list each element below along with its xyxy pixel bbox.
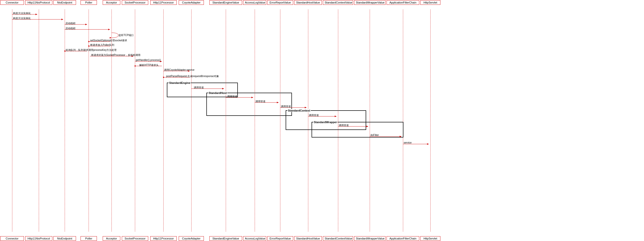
label-msg20: doFilter (370, 134, 379, 136)
lifeline-coyoteadapter (191, 10, 192, 231)
actor-poller-bottom: Poller (81, 236, 97, 241)
group-label-standardengine: StandardEngine (169, 81, 191, 84)
label-msg16: 调用管道 (255, 100, 266, 103)
actor-standardhostvalue-bottom: StandardHostValue (294, 236, 322, 241)
label-msg1: 构造方法实例化 (13, 12, 31, 15)
actor-applicationfilterchain-bottom: ApplicationFilterChain (387, 236, 419, 241)
actor-http11nioprotocol-bottom: Http11NioProtocol (25, 236, 52, 241)
label-msg10: getHandler().process() (136, 59, 161, 61)
sequence-diagram: Connector Http11NioProtocol NioEndpoint … (0, 0, 644, 241)
lifeline-http11nioprotocol (39, 10, 39, 231)
actor-errorreportvalue-top: ErrorReportValue (267, 0, 293, 5)
lifeline-errorreportvalue (280, 10, 280, 231)
actor-standardenginevalue-bottom: StandardEngineValue (209, 236, 242, 241)
lifeline-accesslogvalue (255, 10, 255, 231)
actor-connector-bottom: Connector (0, 236, 24, 241)
label-msg13: postParseRequest,生成request和response对象 (166, 75, 219, 78)
actor-acceptor-top: Acceptor (103, 0, 120, 5)
actor-standardcontextvalue-top: StandardContextValue (323, 0, 353, 5)
actor-httpservlet-top: HttpServlet (420, 0, 440, 5)
label-msg6: setSocketOptions处理socket请求 (90, 39, 127, 42)
label-msg14: 调用管道 (194, 86, 204, 89)
actor-standardwrappervalue-bottom: StandardWrapperValue (354, 236, 386, 241)
label-msg3: 启动线程 (65, 22, 75, 25)
actor-nioendpoint-bottom: NioEndpoint (53, 236, 76, 241)
lifeline-standardwrappervalue (370, 10, 370, 231)
group-label-standardcontext: StandardContext (287, 109, 311, 112)
actor-coyoteadapter-top: CoyoteAdapter (179, 0, 204, 5)
group-standardhost: StandardHost (206, 93, 292, 116)
label-msg17: 调用管道 (281, 105, 291, 108)
label-msg15: 调用管道 (227, 95, 237, 98)
actor-socketprocessor-top: SocketProcessor (122, 0, 148, 5)
lifeline-httpservlet (430, 10, 431, 231)
lifeline-nioendpoint (65, 10, 65, 231)
label-msg8: 轮询队列，队列请求调用processKey方法处理 (66, 48, 117, 52)
actor-coyoteadapter-bottom: CoyoteAdapter (179, 236, 204, 241)
lifeline-standardenginevalue (226, 10, 226, 231)
actor-applicationfilterchain-top: ApplicationFilterChain (387, 0, 419, 5)
actor-http11processor-top: Http11Processor (150, 0, 177, 5)
actor-standardhostvalue-top: StandardHostValue (294, 0, 322, 5)
actor-acceptor-bottom: Acceptor (103, 236, 120, 241)
label-msg12: 调用CoyoteAdapter.service (164, 68, 195, 72)
actor-http11processor-bottom: Http11Processor (150, 236, 177, 241)
lifeline-socketprocessor (135, 10, 135, 231)
lifeline-connector (12, 10, 12, 231)
label-msg5: 监听TCP端口 (119, 33, 134, 37)
actor-nioendpoint-top: NioEndpoint (53, 0, 76, 5)
lifeline-applicationfilterchain (403, 10, 403, 231)
group-label-standardwrapper: StandardWrapper (313, 121, 337, 124)
label-msg9: 将请求封装为SocketProcessor，多线程调用 (91, 53, 140, 57)
label-msg11: 解析HTTP请求头 (139, 63, 159, 67)
actor-errorreportvalue-bottom: ErrorReportValue (267, 236, 293, 241)
lifeline-acceptor (111, 10, 112, 231)
actor-connector-top: Connector (0, 0, 24, 5)
actor-standardcontextvalue-bottom: StandardContextValue (323, 236, 353, 241)
actor-http11nioprotocol-top: Http11NioProtocol (25, 0, 52, 5)
actor-httpservlet-bottom: HttpServlet (420, 236, 440, 241)
lifeline-http11processor (163, 10, 164, 231)
label-msg21: service (404, 141, 412, 144)
actor-socketprocessor-bottom: SocketProcessor (122, 236, 148, 241)
group-label-standardhost: StandardHost (208, 91, 227, 94)
label-msg19: 调用管道 (339, 124, 349, 127)
actor-accesslogvalue-bottom: AccessLogValue (243, 236, 266, 241)
label-msg7: 将请求放入Poller队列 (90, 43, 114, 47)
label-msg4: 启动线程 (65, 27, 75, 30)
group-standardwrapper: StandardWrapper (312, 122, 403, 137)
actor-poller-top: Poller (81, 0, 97, 5)
lifeline-poller (89, 10, 89, 231)
label-msg18: 调用管道 (309, 114, 319, 117)
actor-standardenginevalue-top: StandardEngineValue (209, 0, 242, 5)
label-msg2: 构造方法实例化 (13, 17, 31, 20)
actor-accesslogvalue-top: AccessLogValue (243, 0, 266, 5)
actor-standardwrappervalue-top: StandardWrapperValue (354, 0, 386, 5)
